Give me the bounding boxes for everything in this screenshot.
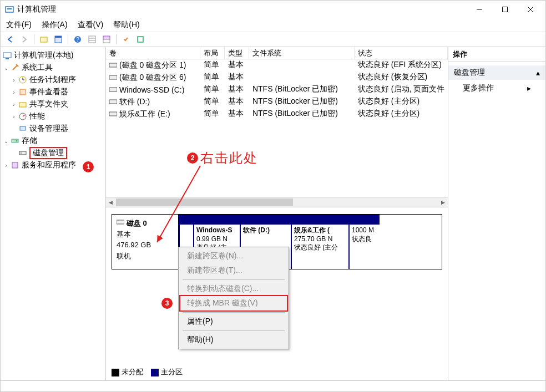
ctx-help[interactable]: 帮助(H)	[180, 333, 287, 347]
svg-rect-14	[103, 36, 110, 39]
collapse-icon: ▴	[536, 68, 540, 77]
tree-root[interactable]: 计算机管理(本地)	[1, 49, 105, 62]
close-button[interactable]	[518, 1, 543, 18]
tree-systools[interactable]: ⌄ 系统工具	[1, 62, 105, 74]
tree-storage[interactable]: ⌄ 存储	[1, 135, 105, 147]
volume-fs	[249, 59, 355, 72]
volume-type: 基本	[225, 59, 249, 72]
title-bar: 计算机管理	[1, 1, 545, 18]
tree-devmgr[interactable]: 设备管理器	[1, 123, 105, 135]
svg-rect-34	[109, 88, 117, 91]
svg-rect-17	[3, 53, 11, 58]
ctx-new-striped[interactable]: 新建带区卷(T)...	[180, 263, 287, 278]
status-bar	[1, 380, 545, 392]
tree-diskmgmt[interactable]: 磁盘管理	[1, 147, 105, 159]
volume-row[interactable]: 软件 (D:)简单基本NTFS (BitLocker 已加密)状态良好 (主分区…	[106, 96, 448, 108]
scroll-thumb[interactable]	[116, 198, 293, 206]
annotation-badge-3: 3	[161, 298, 173, 309]
tree-performance[interactable]: › 性能	[1, 110, 105, 123]
actions-diskmgmt[interactable]: 磁盘管理 ▴	[448, 65, 545, 80]
scroll-right-icon[interactable]: ▶	[438, 198, 448, 207]
device-icon	[18, 124, 27, 133]
toolbar-icon-6[interactable]	[134, 33, 146, 45]
scroll-left-icon[interactable]: ◀	[106, 198, 116, 207]
volume-type: 基本	[225, 108, 249, 120]
toolbar-icon-1[interactable]	[38, 33, 50, 45]
svg-rect-36	[109, 112, 117, 116]
col-status[interactable]: 状态	[355, 47, 448, 59]
expand-icon[interactable]: ›	[11, 77, 17, 83]
volume-layout: 简单	[200, 72, 225, 84]
maximize-button[interactable]	[492, 1, 518, 18]
ctx-properties[interactable]: 属性(P)	[180, 314, 287, 329]
annotation-step2-text: 右击此处	[200, 149, 258, 167]
toolbar-icon-2[interactable]	[52, 33, 64, 45]
ctx-to-mbr[interactable]: 转换成 MBR 磁盘(V)	[179, 295, 288, 312]
horizontal-scrollbar[interactable]: ◀ ▶	[106, 197, 448, 207]
event-icon	[18, 88, 27, 96]
back-button[interactable]	[4, 33, 16, 45]
disk-0-info[interactable]: 磁盘 0 基本 476.92 GB 联机	[112, 215, 179, 269]
partition[interactable]: 娱乐&工作 (275.70 GB N状态良好 (主分	[291, 215, 348, 269]
tree-shared[interactable]: › 共享文件夹	[1, 98, 105, 110]
volume-name: (磁盘 0 磁盘分区 1)	[119, 60, 186, 70]
ctx-new-spanned[interactable]: 新建跨区卷(N)...	[180, 249, 287, 263]
volume-type: 基本	[225, 72, 249, 84]
volume-fs	[249, 72, 355, 84]
svg-rect-23	[19, 103, 26, 107]
col-layout[interactable]: 布局	[200, 47, 225, 59]
folder-icon	[18, 100, 27, 109]
ctx-to-dynamic[interactable]: 转换到动态磁盘(C)...	[180, 282, 287, 296]
tree-scheduler[interactable]: › 任务计划程序	[1, 74, 105, 86]
volume-icon	[109, 98, 117, 106]
volume-icon	[109, 73, 117, 82]
toolbar-icon-3[interactable]	[86, 33, 98, 45]
expand-icon[interactable]: ›	[11, 89, 17, 95]
tree-eventviewer[interactable]: › 事件查看器	[1, 86, 105, 98]
tools-icon	[11, 63, 19, 72]
annotation-badge-1: 1	[83, 161, 94, 172]
volume-row[interactable]: 娱乐&工作 (E:)简单基本NTFS (BitLocker 已加密)状态良好 (…	[106, 108, 448, 120]
volume-row[interactable]: (磁盘 0 磁盘分区 6)简单基本状态良好 (恢复分区)	[106, 72, 448, 84]
partition[interactable]: 1000 M状态良	[348, 215, 380, 269]
expand-icon[interactable]: ›	[11, 101, 17, 108]
svg-rect-26	[20, 126, 26, 130]
forward-button[interactable]	[18, 33, 31, 45]
window-title: 计算机管理	[17, 4, 467, 14]
toolbar-icon-5[interactable]	[120, 33, 132, 45]
volume-row[interactable]: Windows-SSD (C:)简单基本NTFS (BitLocker 已加密)…	[106, 84, 448, 96]
menu-action[interactable]: 操作(A)	[41, 19, 69, 31]
volume-icon	[109, 61, 117, 70]
actions-more[interactable]: 更多操作 ▸	[448, 80, 545, 96]
col-type[interactable]: 类型	[225, 47, 249, 59]
col-volume[interactable]: 卷	[106, 47, 200, 59]
nav-tree: 计算机管理(本地) ⌄ 系统工具 › 任务计划程序 › 事件查看器 › 共享文件…	[1, 47, 106, 380]
volume-name: Windows-SSD (C:)	[119, 85, 184, 94]
collapse-icon[interactable]: ⌄	[3, 65, 9, 71]
disk-size: 476.92 GB	[117, 240, 174, 251]
minimize-button[interactable]	[467, 1, 492, 18]
svg-text:?: ?	[76, 37, 79, 43]
svg-rect-37	[117, 220, 124, 224]
svg-rect-6	[41, 37, 47, 42]
col-filesystem[interactable]: 文件系统	[249, 47, 355, 59]
volume-status: 状态良好 (主分区)	[355, 108, 448, 120]
help-icon[interactable]: ?	[72, 33, 84, 45]
menu-bar: 文件(F) 操作(A) 查看(V) 帮助(H)	[1, 18, 545, 32]
perf-icon	[18, 112, 27, 121]
menu-help[interactable]: 帮助(H)	[112, 19, 140, 31]
expand-icon[interactable]: ›	[3, 162, 9, 169]
volume-row[interactable]: (磁盘 0 磁盘分区 1)简单基本状态良好 (EFI 系统分区)	[106, 59, 448, 72]
toolbar-icon-4[interactable]	[100, 33, 113, 45]
collapse-icon[interactable]: ⌄	[3, 138, 9, 144]
expand-icon[interactable]: ›	[11, 114, 17, 120]
volume-header: 卷 布局 类型 文件系统 状态	[106, 47, 448, 59]
menu-file[interactable]: 文件(F)	[5, 19, 33, 31]
volume-fs: NTFS (BitLocker 已加密)	[249, 96, 355, 108]
legend-primary-swatch	[151, 369, 159, 376]
menu-view[interactable]: 查看(V)	[77, 19, 105, 31]
svg-rect-11	[89, 36, 95, 43]
svg-rect-1	[7, 8, 12, 9]
computer-icon	[3, 51, 12, 60]
volume-icon	[109, 85, 117, 94]
